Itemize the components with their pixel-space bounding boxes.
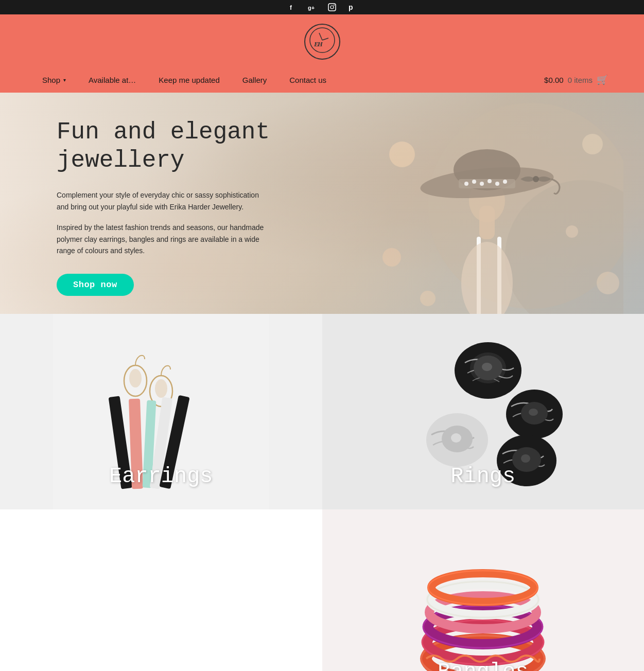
hero-illustration xyxy=(376,103,623,314)
hero-paragraph-2: Inspired by the latest fashion trends an… xyxy=(57,222,273,256)
svg-line-7 xyxy=(319,33,322,40)
cart-price: $0.00 xyxy=(544,76,564,84)
rings-cell[interactable]: Rings xyxy=(322,314,645,509)
svg-text:g+: g+ xyxy=(308,5,315,11)
svg-line-8 xyxy=(322,38,328,40)
svg-point-23 xyxy=(488,179,492,183)
svg-text:EH: EH xyxy=(314,40,323,48)
bangles-cell[interactable]: Bangles xyxy=(322,509,645,671)
svg-point-28 xyxy=(582,134,603,154)
nav-available-at[interactable]: Available at… xyxy=(77,68,147,92)
svg-point-50 xyxy=(529,409,538,416)
svg-point-25 xyxy=(503,180,507,184)
svg-point-35 xyxy=(129,369,142,387)
logo[interactable]: EH xyxy=(304,24,340,60)
rings-label: Rings xyxy=(450,464,515,489)
svg-point-24 xyxy=(495,182,499,186)
svg-point-20 xyxy=(464,182,468,186)
hero-content: Fun and elegant jewellery Complement you… xyxy=(0,93,309,296)
svg-point-3 xyxy=(330,6,334,9)
top-bar: f g+ p xyxy=(0,0,644,14)
header: EH Shop ▾ Available at… Keep me updated … xyxy=(0,14,644,93)
svg-point-22 xyxy=(480,182,484,186)
svg-rect-2 xyxy=(328,4,336,11)
earrings-label: Earrings xyxy=(109,464,213,489)
svg-point-21 xyxy=(472,180,476,184)
svg-point-53 xyxy=(451,433,461,443)
svg-text:f: f xyxy=(290,4,292,11)
nav-keep-updated[interactable]: Keep me updated xyxy=(147,68,231,92)
product-grid: Earrings xyxy=(0,314,644,671)
nav-gallery[interactable]: Gallery xyxy=(231,68,279,92)
instagram-icon[interactable] xyxy=(327,2,337,12)
svg-point-56 xyxy=(521,454,530,463)
main-nav: Shop ▾ Available at… Keep me updated Gal… xyxy=(0,67,644,93)
nav-contact-us[interactable]: Contact us xyxy=(278,68,338,92)
pinterest-icon[interactable]: p xyxy=(346,2,357,12)
shop-dropdown-icon: ▾ xyxy=(63,77,66,83)
svg-point-31 xyxy=(420,291,436,306)
svg-point-32 xyxy=(566,225,578,238)
hero-paragraph-1: Complement your style of everyday chic o… xyxy=(57,189,273,213)
cart-icon[interactable]: 🛒 xyxy=(597,74,608,85)
earrings-cell[interactable]: Earrings xyxy=(0,314,322,509)
svg-point-26 xyxy=(533,176,539,182)
svg-point-30 xyxy=(597,272,619,294)
svg-point-27 xyxy=(389,142,415,167)
svg-point-37 xyxy=(155,379,167,398)
svg-text:p: p xyxy=(349,3,353,11)
nav-shop[interactable]: Shop ▾ xyxy=(31,68,77,92)
google-plus-icon[interactable]: g+ xyxy=(307,2,318,12)
hero-title: Fun and elegant jewellery xyxy=(57,118,309,175)
bangles-label: Bangles xyxy=(438,660,528,671)
bangles-illustration xyxy=(375,509,591,671)
logo-text: EH xyxy=(309,27,336,57)
shop-now-button[interactable]: Shop now xyxy=(57,274,134,296)
hero-section: Fun and elegant jewellery Complement you… xyxy=(0,93,644,314)
svg-point-47 xyxy=(482,363,492,371)
svg-point-4 xyxy=(334,5,335,6)
cart-items-count: 0 items xyxy=(568,76,593,84)
svg-point-29 xyxy=(382,248,401,267)
facebook-icon[interactable]: f xyxy=(288,2,298,12)
cart-area: $0.00 0 items 🛒 xyxy=(539,67,613,93)
